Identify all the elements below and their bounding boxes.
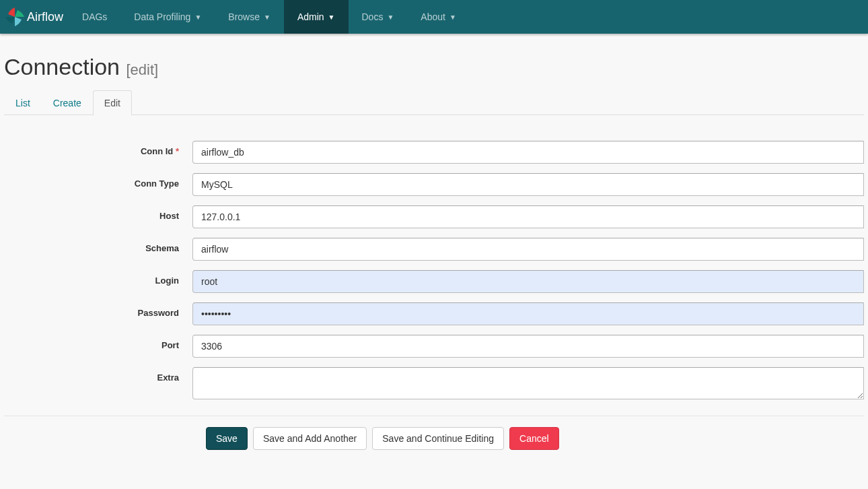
page-title-text: Connection bbox=[4, 54, 120, 79]
nav-label: Docs bbox=[362, 11, 384, 22]
nav-label: About bbox=[421, 11, 445, 22]
page-title: Connection [edit] bbox=[4, 54, 864, 80]
tab-create[interactable]: Create bbox=[42, 90, 93, 115]
tab-edit[interactable]: Edit bbox=[93, 90, 132, 115]
tab-label: Create bbox=[53, 98, 81, 108]
tab-list[interactable]: List bbox=[4, 90, 42, 115]
label-login: Login bbox=[4, 270, 192, 286]
nav-item-browse[interactable]: Browse ▼ bbox=[215, 0, 284, 34]
form-actions: Save Save and Add Another Save and Conti… bbox=[206, 427, 864, 450]
label-host: Host bbox=[4, 205, 192, 221]
chevron-down-icon: ▼ bbox=[264, 13, 270, 21]
save-continue-editing-button[interactable]: Save and Continue Editing bbox=[372, 427, 504, 450]
row-conn-type: Conn Type MySQL bbox=[4, 173, 864, 196]
nav-label: Admin bbox=[297, 11, 324, 22]
tabs: List Create Edit bbox=[4, 90, 864, 115]
label-password: Password bbox=[4, 302, 192, 318]
extra-textarea[interactable] bbox=[192, 367, 864, 399]
tab-label: Edit bbox=[104, 98, 120, 108]
nav-item-docs[interactable]: Docs ▼ bbox=[349, 0, 408, 34]
page-title-suffix: [edit] bbox=[126, 61, 158, 78]
host-input[interactable] bbox=[192, 205, 864, 228]
row-password: Password bbox=[4, 302, 864, 325]
nav-label: Browse bbox=[228, 11, 260, 22]
row-login: Login bbox=[4, 270, 864, 293]
label-schema: Schema bbox=[4, 238, 192, 253]
chevron-down-icon: ▼ bbox=[328, 13, 335, 21]
port-input[interactable] bbox=[192, 335, 864, 358]
nav-item-about[interactable]: About ▼ bbox=[407, 0, 470, 34]
conn-id-input[interactable] bbox=[192, 141, 864, 164]
schema-input[interactable] bbox=[192, 238, 864, 261]
conn-type-value: MySQL bbox=[201, 179, 233, 190]
password-input[interactable] bbox=[192, 302, 864, 325]
label-conn-type: Conn Type bbox=[4, 173, 192, 189]
nav-label: Data Profiling bbox=[134, 11, 190, 22]
save-button[interactable]: Save bbox=[206, 427, 248, 450]
chevron-down-icon: ▼ bbox=[194, 13, 201, 21]
row-extra: Extra bbox=[4, 367, 864, 402]
chevron-down-icon: ▼ bbox=[387, 13, 394, 21]
save-add-another-button[interactable]: Save and Add Another bbox=[253, 427, 367, 450]
navbar: Airflow DAGs Data Profiling ▼ Browse ▼ A… bbox=[0, 0, 868, 34]
login-input[interactable] bbox=[192, 270, 864, 293]
chevron-down-icon: ▼ bbox=[449, 13, 456, 21]
row-schema: Schema bbox=[4, 238, 864, 261]
tab-label: List bbox=[15, 98, 30, 108]
label-conn-id: Conn Id * bbox=[4, 141, 192, 156]
row-host: Host bbox=[4, 205, 864, 228]
label-extra: Extra bbox=[4, 367, 192, 383]
airflow-logo-icon bbox=[4, 6, 26, 28]
row-port: Port bbox=[4, 335, 864, 358]
nav-label: DAGs bbox=[82, 11, 107, 22]
connection-form: Conn Id * Conn Type MySQL Host Schema Lo… bbox=[4, 141, 864, 450]
brand[interactable]: Airflow bbox=[4, 0, 69, 34]
form-divider bbox=[4, 416, 864, 416]
nav-item-dags[interactable]: DAGs bbox=[69, 0, 120, 34]
label-port: Port bbox=[4, 335, 192, 350]
nav-item-data-profiling[interactable]: Data Profiling ▼ bbox=[120, 0, 215, 34]
brand-label: Airflow bbox=[27, 10, 63, 24]
conn-type-select[interactable]: MySQL bbox=[192, 173, 864, 196]
page-body: Connection [edit] List Create Edit Conn … bbox=[0, 34, 868, 477]
required-marker: * bbox=[176, 146, 179, 156]
row-conn-id: Conn Id * bbox=[4, 141, 864, 164]
nav-item-admin[interactable]: Admin ▼ bbox=[284, 0, 349, 34]
cancel-button[interactable]: Cancel bbox=[509, 427, 559, 450]
